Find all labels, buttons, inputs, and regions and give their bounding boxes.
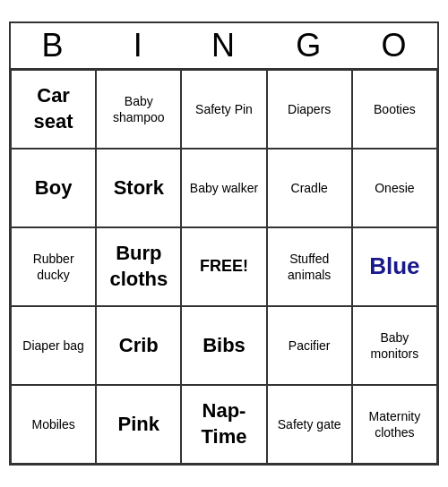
bingo-cell-10: Rubber ducky — [11, 227, 96, 306]
bingo-cell-4: Booties — [352, 70, 437, 149]
bingo-cell-9: Onesie — [352, 149, 437, 227]
bingo-cell-1: Baby shampoo — [96, 70, 181, 149]
bingo-cell-20: Mobiles — [11, 385, 96, 464]
bingo-cell-6: Stork — [96, 149, 181, 227]
header-letter-B: B — [11, 23, 96, 68]
header-letter-O: O — [352, 23, 437, 68]
bingo-cell-21: Pink — [96, 385, 181, 464]
header-letter-N: N — [181, 23, 266, 68]
bingo-card: BINGO Car seatBaby shampooSafety PinDiap… — [9, 21, 439, 466]
bingo-cell-14: Blue — [352, 227, 437, 306]
bingo-cell-13: Stuffed animals — [267, 227, 352, 306]
bingo-cell-5: Boy — [11, 149, 96, 227]
bingo-cell-23: Safety gate — [267, 385, 352, 464]
header-letter-I: I — [96, 23, 181, 68]
bingo-cell-19: Baby monitors — [352, 306, 437, 385]
bingo-grid: Car seatBaby shampooSafety PinDiapersBoo… — [11, 70, 437, 464]
bingo-cell-0: Car seat — [11, 70, 96, 149]
bingo-cell-8: Cradle — [267, 149, 352, 227]
bingo-cell-22: Nap-Time — [181, 385, 266, 464]
bingo-header: BINGO — [11, 23, 437, 70]
bingo-cell-11: Burp cloths — [96, 227, 181, 306]
bingo-cell-18: Pacifier — [267, 306, 352, 385]
bingo-cell-12: FREE! — [181, 227, 266, 306]
bingo-cell-3: Diapers — [267, 70, 352, 149]
bingo-cell-17: Bibs — [181, 306, 266, 385]
header-letter-G: G — [267, 23, 352, 68]
bingo-cell-16: Crib — [96, 306, 181, 385]
bingo-cell-2: Safety Pin — [181, 70, 266, 149]
bingo-cell-24: Maternity clothes — [352, 385, 437, 464]
bingo-cell-15: Diaper bag — [11, 306, 96, 385]
bingo-cell-7: Baby walker — [181, 149, 266, 227]
